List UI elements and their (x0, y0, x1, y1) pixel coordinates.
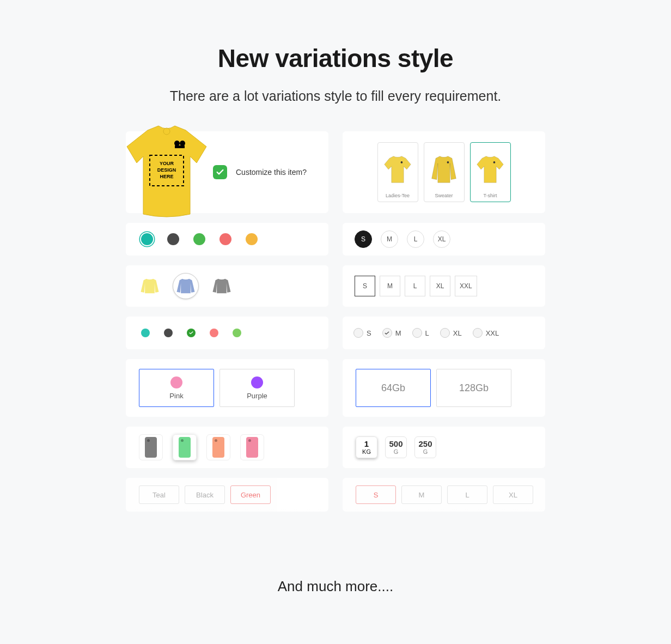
color-dot-small[interactable] (141, 329, 150, 337)
product-thumb-t-shirt[interactable]: T-shirt (470, 142, 511, 202)
radio-icon (353, 328, 363, 338)
weight-value: 1 (364, 440, 369, 449)
sweater-thumb[interactable] (137, 273, 163, 299)
weight-option[interactable]: 1KG (356, 436, 377, 458)
sweater-icon (175, 277, 196, 295)
case-thumb[interactable] (240, 434, 264, 460)
radio-icon (440, 328, 450, 338)
weight-option[interactable]: 250G (414, 436, 436, 458)
color-dot[interactable] (167, 233, 179, 245)
size-radio-l[interactable]: L (412, 328, 429, 338)
size-radio-label: L (425, 329, 429, 337)
size-option-xxl[interactable]: XXL (455, 276, 477, 296)
color-dot-small[interactable] (164, 329, 173, 337)
radio-checked-icon (382, 328, 392, 338)
size-option-xl[interactable]: XL (430, 276, 450, 296)
svg-point-10 (493, 161, 496, 163)
size-option-s[interactable]: S (355, 230, 372, 248)
weight-value: 500 (389, 440, 402, 449)
phone-case-icon (212, 437, 224, 458)
case-thumb[interactable] (173, 434, 197, 460)
color-dot[interactable] (219, 233, 231, 245)
swatch-color-dot (170, 376, 182, 388)
check-icon (188, 330, 194, 336)
size-radio-xl[interactable]: XL (440, 328, 462, 338)
size-radio-m[interactable]: M (382, 328, 401, 338)
size-option-l[interactable]: L (405, 276, 425, 296)
fade-overlay (0, 508, 671, 611)
check-icon (216, 168, 224, 177)
chip-option[interactable]: M (401, 485, 442, 504)
page-subtitle: There are a lot variations style to fill… (0, 88, 671, 104)
sweater-thumb[interactable] (209, 273, 235, 299)
phone-case-icon (179, 437, 191, 458)
card-color-dots (126, 223, 328, 256)
chip-option[interactable]: XL (493, 485, 533, 504)
chip-option[interactable]: L (447, 485, 487, 504)
page-title: New variations style (0, 44, 671, 73)
svg-point-1 (174, 141, 180, 146)
weight-unit: G (394, 448, 399, 455)
card-chips-color: TealBlackGreen (126, 478, 328, 512)
size-option-s[interactable]: S (355, 276, 375, 296)
radio-icon (412, 328, 422, 338)
size-option-m[interactable]: M (380, 276, 400, 296)
storage-option[interactable]: 128Gb (436, 369, 511, 407)
storage-option[interactable]: 64Gb (356, 369, 431, 407)
product-thumb-ladies-tee[interactable]: Ladies-Tee (377, 142, 418, 202)
variations-grid: YOUR DESIGN HERE Customize this item? La… (126, 131, 545, 512)
radio-icon (473, 328, 483, 338)
card-sizes-square: SMLXLXXL (343, 265, 545, 307)
card-chips-size: SMLXL (343, 478, 545, 512)
svg-point-9 (447, 161, 449, 163)
swatch-label: Pink (169, 392, 183, 400)
size-option-xl[interactable]: XL (433, 230, 450, 248)
card-phone-cases (126, 427, 328, 468)
svg-point-2 (180, 141, 185, 146)
color-dot-small[interactable] (187, 329, 196, 337)
case-thumb[interactable] (139, 434, 163, 460)
product-thumb-label: Ladies-Tee (386, 193, 410, 198)
sweater-thumb[interactable] (173, 273, 199, 299)
customize-label: Customize this item? (236, 168, 307, 177)
size-radio-label: S (367, 329, 371, 337)
weight-value: 250 (418, 440, 432, 449)
tshirt-preview: YOUR DESIGN HERE (120, 120, 213, 224)
card-product-type: Ladies-TeeSweaterT-shirt (343, 131, 545, 213)
product-thumb-label: Sweater (435, 193, 453, 198)
card-box-swatches: PinkPurple (126, 359, 328, 417)
size-radio-s[interactable]: S (353, 328, 371, 338)
chip-option[interactable]: Teal (139, 485, 179, 504)
chip-option[interactable]: Green (230, 485, 271, 504)
phone-case-icon (145, 437, 157, 458)
card-small-dots (126, 317, 328, 349)
size-radio-label: M (395, 329, 401, 337)
size-option-m[interactable]: M (381, 230, 398, 248)
card-customize: YOUR DESIGN HERE Customize this item? (126, 131, 328, 213)
weight-option[interactable]: 500G (385, 436, 407, 458)
chip-option[interactable]: Black (185, 485, 225, 504)
card-sweater-thumbs (126, 265, 328, 307)
case-thumb[interactable] (206, 434, 230, 460)
swatch-label: Purple (247, 392, 267, 400)
swatch-pink[interactable]: Pink (139, 369, 214, 407)
chip-option[interactable]: S (356, 485, 396, 504)
color-dot[interactable] (141, 233, 153, 245)
weight-unit: G (423, 448, 428, 455)
color-dot-small[interactable] (210, 329, 218, 337)
tshirt-thumb-icon (380, 146, 416, 193)
size-radio-label: XXL (486, 329, 499, 337)
swatch-purple[interactable]: Purple (219, 369, 295, 407)
svg-text:DESIGN: DESIGN (157, 167, 176, 173)
customize-checkbox[interactable] (213, 165, 227, 179)
color-dot[interactable] (246, 233, 258, 245)
size-radio-xxl[interactable]: XXL (473, 328, 499, 338)
weight-unit: KG (362, 448, 371, 455)
tshirt-thumb-icon (473, 146, 508, 193)
product-thumb-sweater[interactable]: Sweater (424, 142, 465, 202)
color-dot[interactable] (193, 233, 205, 245)
size-option-l[interactable]: L (407, 230, 424, 248)
sweater-icon (211, 277, 232, 295)
color-dot-small[interactable] (233, 329, 241, 337)
phone-case-icon (246, 437, 258, 458)
